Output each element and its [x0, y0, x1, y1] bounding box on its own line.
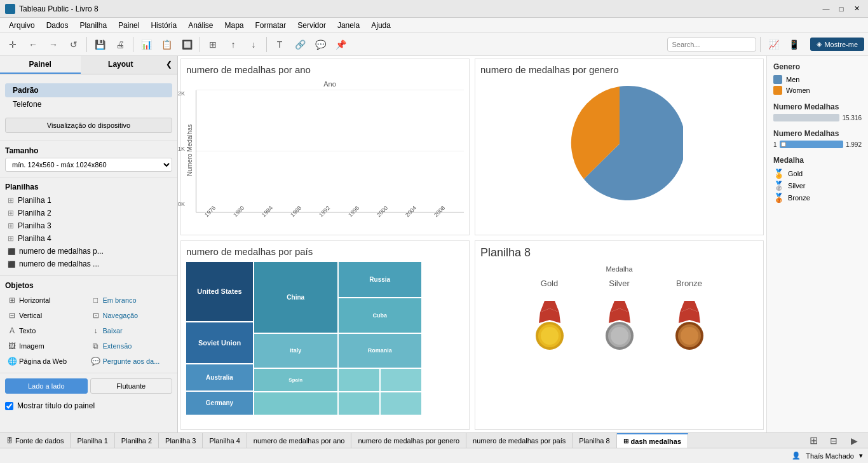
y-label-2k: 2K — [178, 90, 185, 97]
treemap-china-label: China — [287, 294, 304, 301]
object-texto[interactable]: A Texto — [5, 324, 89, 337]
menu-mapa[interactable]: Mapa — [219, 20, 248, 31]
menu-analise[interactable]: Análise — [183, 20, 218, 31]
sort-desc-btn[interactable]: ↓ — [245, 36, 262, 53]
treemap-italy[interactable]: Italy — [254, 334, 337, 368]
filter-btn[interactable]: 🔲 — [178, 36, 196, 53]
treemap-russia[interactable]: Russia — [339, 262, 422, 297]
more-sheets-btn[interactable]: ▶ — [845, 432, 863, 448]
menu-painel[interactable]: Painel — [113, 20, 144, 31]
pin-btn[interactable]: 📌 — [332, 36, 349, 53]
treemap-spain[interactable]: Spain — [254, 369, 337, 391]
object-pergunte[interactable]: 💬 Pergunte aos da... — [89, 355, 173, 368]
tab-dash-medalhas[interactable]: ⊞ dash medalhas — [617, 433, 688, 448]
range-handle-left[interactable] — [781, 142, 786, 147]
menu-janela[interactable]: Janela — [332, 20, 365, 31]
y-label-0k: 0K — [178, 201, 185, 207]
tab-planilha1[interactable]: Planilha 1 — [71, 433, 114, 448]
maximize-button[interactable]: □ — [835, 3, 848, 15]
reload-button[interactable]: ↺ — [65, 36, 83, 53]
tab-planilha8[interactable]: Planilha 8 — [573, 433, 616, 448]
treemap-cell-tiny[interactable] — [381, 369, 421, 391]
treemap-cuba[interactable]: Cuba — [339, 298, 422, 333]
show-title-checkbox[interactable] — [5, 402, 13, 410]
menu-arquivo[interactable]: Arquivo — [4, 20, 40, 31]
sidebar-close-btn[interactable]: ❮ — [161, 56, 177, 74]
women-label: Women — [786, 86, 810, 94]
menu-formatar[interactable]: Formatar — [250, 20, 292, 31]
menu-dados[interactable]: Dados — [41, 20, 74, 31]
treemap-china[interactable]: China — [254, 262, 337, 333]
menu-planilha[interactable]: Planilha — [74, 20, 112, 31]
tab-planilha4[interactable]: Planilha 4 — [203, 433, 247, 448]
device-phone[interactable]: Telefone — [5, 97, 172, 111]
object-baixar[interactable]: ↓ Baixar — [89, 324, 173, 337]
show-me-button[interactable]: ◈ Mostre-me — [810, 38, 864, 51]
object-em-branco[interactable]: □ Em branco — [89, 294, 173, 307]
viz-type-btn[interactable]: 📈 — [764, 36, 782, 53]
tab-fonte-de-dados[interactable]: 🗄 Fonte de dados — [0, 433, 71, 448]
menu-historia[interactable]: História — [146, 20, 182, 31]
medalha-legend-title: Medalha — [773, 156, 862, 165]
filter-bar-track[interactable] — [773, 114, 839, 121]
tab-layout[interactable]: Layout — [81, 56, 161, 74]
back-button[interactable]: ← — [24, 36, 42, 53]
link-btn[interactable]: 🔗 — [291, 36, 309, 53]
list-item[interactable]: ⊞ Planilha 3 — [5, 219, 172, 232]
menu-servidor[interactable]: Servidor — [292, 20, 331, 31]
tab-medalhas-ano[interactable]: numero de medalhas por ano — [247, 433, 352, 448]
object-imagem[interactable]: 🖼 Imagem — [5, 340, 89, 352]
object-horizontal[interactable]: ⊞ Horizontal — [5, 294, 89, 307]
list-item[interactable]: ⊞ Planilha 4 — [5, 232, 172, 245]
chart-type-button[interactable]: 📊 — [137, 36, 155, 53]
save-button[interactable]: 💾 — [91, 36, 109, 53]
group-btn[interactable]: ⊞ — [204, 36, 222, 53]
treemap-germany[interactable]: Germany — [186, 392, 253, 415]
size-select[interactable]: mín. 124x560 - máx 1024x860 — [5, 158, 172, 172]
text-btn[interactable]: T — [271, 36, 288, 53]
treemap-spain-label: Spain — [288, 377, 302, 383]
list-item[interactable]: ⬛ numero de medalhas p... — [5, 245, 172, 258]
close-button[interactable]: ✕ — [850, 3, 863, 15]
menu-ajuda[interactable]: Ajuda — [366, 20, 396, 31]
treemap-romania[interactable]: Romania — [339, 334, 422, 368]
medalha-legend-section: Medalha 🏅 Gold 🥈 Silver 🥉 Bronze — [773, 156, 862, 203]
treemap-cell-small[interactable] — [254, 392, 337, 415]
minimize-button[interactable]: — — [820, 3, 832, 15]
treemap-australia[interactable]: Australia — [186, 364, 253, 390]
object-vertical[interactable]: ⊟ Vertical — [5, 309, 89, 322]
move-tool-button[interactable]: ✛ — [4, 36, 22, 53]
list-item[interactable]: ⬛ numero de medalhas ... — [5, 258, 172, 270]
object-extensao[interactable]: ⧉ Extensão — [89, 340, 173, 352]
tab-painel[interactable]: Painel — [0, 56, 81, 74]
treemap-us[interactable]: United States — [186, 262, 253, 321]
treemap-cell-tiny[interactable] — [381, 392, 421, 415]
treemap-soviet[interactable]: Soviet Union — [186, 322, 253, 364]
dropdown-arrow[interactable]: ▾ — [859, 452, 863, 460]
side-btn-flutuante[interactable]: Flutuante — [90, 378, 173, 394]
toolbar-search-input[interactable] — [667, 38, 756, 52]
list-item[interactable]: ⊞ Planilha 2 — [5, 207, 172, 219]
tab-medalhas-pais[interactable]: numero de medalhas por país — [466, 433, 573, 448]
treemap-cell-tiny[interactable] — [339, 369, 379, 391]
range-bar[interactable] — [780, 141, 843, 148]
side-btn-lado[interactable]: Lado a lado — [5, 378, 88, 394]
sort-asc-btn[interactable]: ↑ — [224, 36, 242, 53]
treemap-cell-tiny[interactable] — [339, 392, 379, 415]
tooltip-btn[interactable]: 💬 — [311, 36, 329, 53]
duplicate-sheet-btn[interactable]: ⊟ — [825, 432, 843, 448]
device-default[interactable]: Padrão — [5, 83, 172, 97]
sidebar-scroll-area[interactable]: Padrão Telefone Visualização do disposit… — [0, 74, 177, 432]
device-btn[interactable]: 📱 — [785, 36, 803, 53]
list-item[interactable]: ⊞ Planilha 1 — [5, 194, 172, 207]
viz-device-button[interactable]: Visualização do dispositivo — [5, 118, 172, 133]
tab-medalhas-genero[interactable]: numero de medalhas por genero — [351, 433, 466, 448]
add-sheet-btn[interactable]: ⊞ — [804, 432, 822, 448]
object-pagina-web[interactable]: 🌐 Página da Web — [5, 355, 89, 368]
tab-planilha3[interactable]: Planilha 3 — [159, 433, 203, 448]
forward-button[interactable]: → — [44, 36, 62, 53]
object-navegacao[interactable]: ⊡ Navegação — [89, 309, 173, 322]
tab-planilha2[interactable]: Planilha 2 — [115, 433, 159, 448]
print-button[interactable]: 🖨 — [111, 36, 129, 53]
sheet-btn[interactable]: 📋 — [158, 36, 175, 53]
